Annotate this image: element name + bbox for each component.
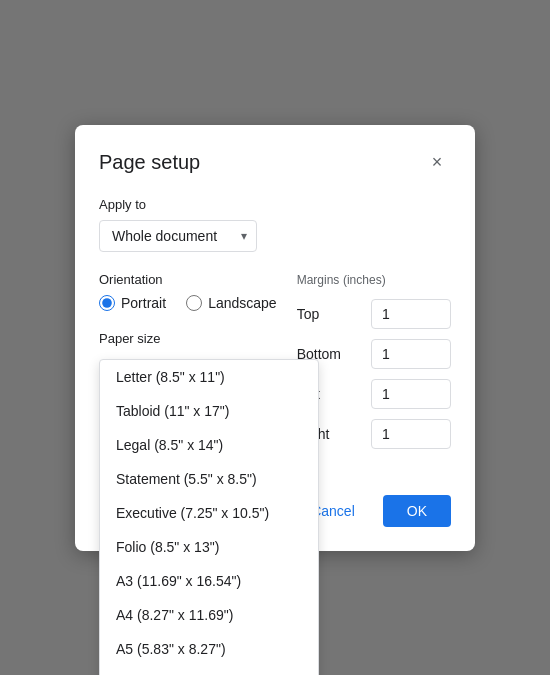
portrait-radio[interactable] bbox=[99, 295, 115, 311]
margins-section: Margins (inches) Top Bottom Left Right bbox=[297, 272, 451, 449]
paper-size-executive[interactable]: Executive (7.25" x 10.5") bbox=[100, 496, 318, 530]
margin-top-label: Top bbox=[297, 306, 347, 322]
apply-to-select-wrapper: Whole document This section This point f… bbox=[99, 220, 257, 252]
right-column: Margins (inches) Top Bottom Left Right bbox=[297, 272, 451, 459]
dialog-header: Page setup × bbox=[99, 149, 451, 177]
landscape-radio[interactable] bbox=[186, 295, 202, 311]
margin-bottom-input[interactable] bbox=[371, 339, 451, 369]
paper-size-dropdown: Letter (8.5" x 11") Tabloid (11" x 17") … bbox=[99, 359, 319, 676]
margin-bottom-row: Bottom bbox=[297, 339, 451, 369]
portrait-label: Portrait bbox=[121, 295, 166, 311]
portrait-option[interactable]: Portrait bbox=[99, 295, 166, 311]
margin-right-row: Right bbox=[297, 419, 451, 449]
paper-size-tabloid[interactable]: Tabloid (11" x 17") bbox=[100, 394, 318, 428]
paper-size-label: Paper size bbox=[99, 331, 277, 346]
margin-top-input[interactable] bbox=[371, 299, 451, 329]
margins-label: Margins bbox=[297, 273, 340, 287]
page-setup-dialog: Page setup × Apply to Whole document Thi… bbox=[75, 125, 475, 551]
dialog-title: Page setup bbox=[99, 151, 200, 174]
paper-size-letter[interactable]: Letter (8.5" x 11") bbox=[100, 360, 318, 394]
apply-to-select[interactable]: Whole document This section This point f… bbox=[99, 220, 257, 252]
margins-unit: (inches) bbox=[343, 273, 386, 287]
paper-size-a4[interactable]: A4 (8.27" x 11.69") bbox=[100, 598, 318, 632]
main-content: Orientation Portrait Landscape Paper siz… bbox=[99, 272, 451, 459]
margin-left-row: Left bbox=[297, 379, 451, 409]
paper-size-section: Paper size Letter (8.5" x 11") Tabloid (… bbox=[99, 331, 277, 346]
paper-size-b4[interactable]: B4 (9.84" x 13.90") bbox=[100, 666, 318, 676]
paper-size-legal[interactable]: Legal (8.5" x 14") bbox=[100, 428, 318, 462]
paper-size-statement[interactable]: Statement (5.5" x 8.5") bbox=[100, 462, 318, 496]
margins-title: Margins (inches) bbox=[297, 272, 451, 287]
margin-right-input[interactable] bbox=[371, 419, 451, 449]
paper-size-folio[interactable]: Folio (8.5" x 13") bbox=[100, 530, 318, 564]
margin-left-input[interactable] bbox=[371, 379, 451, 409]
apply-to-label: Apply to bbox=[99, 197, 451, 212]
paper-size-a3[interactable]: A3 (11.69" x 16.54") bbox=[100, 564, 318, 598]
orientation-label: Orientation bbox=[99, 272, 277, 287]
landscape-option[interactable]: Landscape bbox=[186, 295, 277, 311]
apply-to-section: Apply to Whole document This section Thi… bbox=[99, 197, 451, 252]
landscape-label: Landscape bbox=[208, 295, 277, 311]
left-column: Orientation Portrait Landscape Paper siz… bbox=[99, 272, 277, 354]
orientation-section: Orientation Portrait Landscape bbox=[99, 272, 277, 311]
margin-top-row: Top bbox=[297, 299, 451, 329]
ok-button[interactable]: OK bbox=[383, 495, 451, 527]
orientation-options: Portrait Landscape bbox=[99, 295, 277, 311]
close-button[interactable]: × bbox=[423, 149, 451, 177]
paper-size-a5[interactable]: A5 (5.83" x 8.27") bbox=[100, 632, 318, 666]
